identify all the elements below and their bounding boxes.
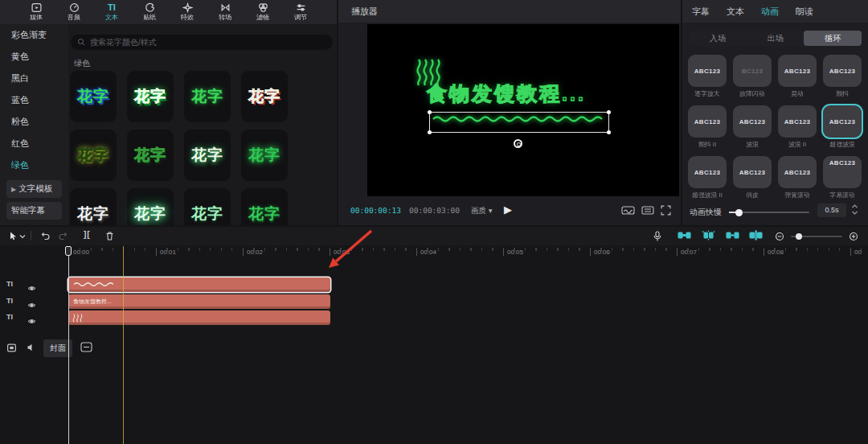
redo-icon[interactable] xyxy=(58,231,68,241)
sidebar-item-yellow[interactable]: 黄色 xyxy=(0,46,68,68)
speed-slider-handle[interactable] xyxy=(735,209,743,216)
animation-item[interactable]: ABC123波浪 xyxy=(733,105,772,150)
tab-filter[interactable]: 滤镜 xyxy=(248,2,278,23)
animation-item[interactable]: ABC123逐字放大 xyxy=(688,55,727,99)
fancy-text-tile[interactable]: 花字 xyxy=(184,188,231,225)
delete-icon[interactable] xyxy=(104,231,115,241)
timeline-clip-wavy-line[interactable] xyxy=(68,278,330,292)
eye-icon[interactable] xyxy=(27,281,36,295)
split-icon[interactable]: ][ xyxy=(84,230,91,239)
tab-sticker[interactable]: 贴纸 xyxy=(134,2,165,23)
selection-handle[interactable] xyxy=(428,110,432,114)
ruler-ticks xyxy=(69,248,868,251)
animation-panel: 字幕 文本 动画 朗读 入场 出场 循环 ABC123逐字放大 BC123故障闪… xyxy=(682,0,868,225)
quality-dropdown[interactable]: 画质 ▾ xyxy=(471,206,492,216)
sidebar-item-blue[interactable]: 蓝色 xyxy=(0,89,68,111)
undo-icon[interactable] xyxy=(40,231,51,241)
caret-right-icon: ▶ xyxy=(11,186,16,193)
subtab-in[interactable]: 入场 xyxy=(689,31,747,46)
animation-item[interactable]: ABC123晃动 xyxy=(778,55,817,99)
fancy-text-grid: 花字 花字 花字 花字 花字 花字 花字 花字 花字 花字 花字 花字 xyxy=(70,71,288,225)
sidebar-item-pink[interactable]: 粉色 xyxy=(0,111,68,133)
fancy-text-tile[interactable]: 花字 xyxy=(241,130,288,181)
sidebar-item-red[interactable]: 红色 xyxy=(0,133,68,154)
preview-canvas[interactable]: 食物发馊教程... xyxy=(367,24,679,196)
preview-axis-icon[interactable] xyxy=(726,230,739,240)
fancy-text-tile[interactable]: 花字 xyxy=(127,130,174,181)
sidebar-item-green[interactable]: 绿色 xyxy=(0,154,68,176)
timeline-clip-title-text[interactable]: 食物发馊教程... xyxy=(68,294,330,309)
tab-media[interactable]: 媒体 xyxy=(21,2,51,23)
animation-item[interactable]: BC123故障闪动 xyxy=(733,55,772,99)
selection-handle[interactable] xyxy=(607,130,611,134)
tab-effects[interactable]: 特效 xyxy=(172,2,203,23)
tab-animation[interactable]: 动画 xyxy=(761,6,779,18)
speaker-icon[interactable] xyxy=(27,343,36,352)
selection-handle[interactable] xyxy=(428,130,432,134)
timeline-zoom-handle[interactable] xyxy=(796,233,802,240)
linkage-icon[interactable] xyxy=(702,230,715,240)
fancy-text-tile[interactable]: 花字 xyxy=(184,130,231,181)
timeline-ruler[interactable]: 00:00 00:01 00:02 00:03 00:04 00:05 00:0… xyxy=(0,246,868,259)
fancy-text-tile[interactable]: 花字 xyxy=(184,71,231,122)
tab-text-settings[interactable]: 文本 xyxy=(727,6,744,18)
current-time: 00:00:00:13 xyxy=(350,206,401,215)
animation-item[interactable]: ABC123颤抖 xyxy=(823,55,862,99)
rotate-handle-icon[interactable] xyxy=(514,139,522,148)
mirror-icon[interactable] xyxy=(621,205,635,216)
selection-handle[interactable] xyxy=(607,110,611,114)
subtab-loop[interactable]: 循环 xyxy=(804,31,862,46)
sidebar-item-gradient[interactable]: 彩色渐变 xyxy=(0,24,68,46)
fancy-text-tile[interactable]: 花字 xyxy=(241,71,288,122)
animation-item[interactable]: ABC123弹簧滚动 xyxy=(778,156,817,200)
fullscreen-icon[interactable] xyxy=(661,205,671,216)
search-input[interactable] xyxy=(90,35,323,50)
fancy-text-tile[interactable]: 花字 xyxy=(70,188,117,225)
player-title: 播放器 xyxy=(338,0,681,23)
animation-item[interactable]: ABC123波浪 II xyxy=(778,105,817,150)
text-template-button[interactable]: ▶文字模板 xyxy=(6,180,62,198)
zoom-out-icon[interactable] xyxy=(775,232,784,241)
timeline-zoom-slider[interactable] xyxy=(791,236,842,237)
track-split-icon[interactable] xyxy=(749,230,763,240)
tab-adjust[interactable]: 调节 xyxy=(285,2,316,23)
sidebar-item-bw[interactable]: 黑白 xyxy=(0,68,68,89)
timeline-clip-squiggle[interactable] xyxy=(68,310,330,325)
smart-caption-button[interactable]: 智能字幕 xyxy=(6,202,62,220)
play-button[interactable]: ▶ xyxy=(504,204,512,216)
zoom-in-icon[interactable] xyxy=(849,232,858,241)
subtab-out[interactable]: 出场 xyxy=(747,31,805,46)
animation-item[interactable]: ABC123字幕滚动 xyxy=(823,156,862,200)
microphone-icon[interactable] xyxy=(653,231,662,242)
fancy-text-tile[interactable]: 花字 xyxy=(70,71,117,122)
tab-audio[interactable]: 音频 xyxy=(59,2,89,23)
ruler-label: 00:08 xyxy=(764,249,784,256)
wavy-line-thumb xyxy=(72,281,119,288)
empty-clip-placeholder-icon[interactable] xyxy=(80,342,92,352)
fancy-text-tile[interactable]: 花字 xyxy=(241,188,288,225)
tab-text[interactable]: TI 文本 xyxy=(96,2,127,23)
fancy-text-tile[interactable]: 花字 xyxy=(127,188,174,225)
animation-item[interactable]: ABC123超强波浪 II xyxy=(688,156,727,200)
animation-item[interactable]: ABC123俏皮 xyxy=(733,156,772,200)
search-box[interactable] xyxy=(71,35,333,50)
animation-item[interactable]: ABC123颤抖 II xyxy=(688,105,727,150)
playhead-handle[interactable] xyxy=(65,246,72,256)
chevron-down-icon[interactable] xyxy=(19,234,26,239)
tab-read-aloud[interactable]: 朗读 xyxy=(796,6,813,18)
snap-icon[interactable] xyxy=(678,230,691,240)
tab-subtitle[interactable]: 字幕 xyxy=(692,6,710,18)
fancy-text-tile[interactable]: 花字 xyxy=(127,71,174,122)
animation-item-selected[interactable]: ABC123超强波浪 xyxy=(823,105,862,150)
fancy-text-tile[interactable]: 花字 xyxy=(70,130,117,181)
cursor-tool-icon[interactable] xyxy=(8,231,18,241)
preview-text[interactable]: 食物发馊教程... xyxy=(427,80,620,107)
video-track-icon[interactable] xyxy=(6,343,17,353)
speed-slider[interactable] xyxy=(729,212,809,213)
selection-box[interactable] xyxy=(429,112,609,133)
playhead-line[interactable] xyxy=(68,246,69,444)
speed-stepper[interactable] xyxy=(851,204,858,219)
adapt-icon[interactable] xyxy=(641,205,654,216)
tab-transition[interactable]: 转场 xyxy=(210,2,240,23)
eye-icon[interactable] xyxy=(27,314,36,328)
